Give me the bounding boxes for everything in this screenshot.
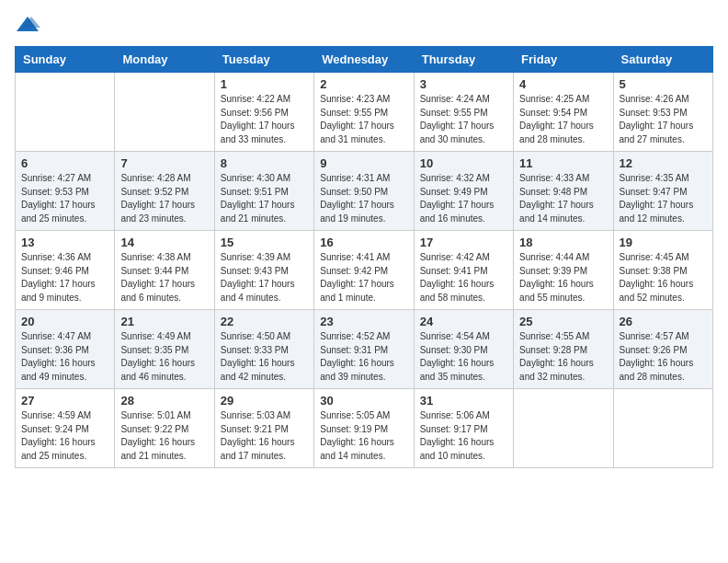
day-info: Sunrise: 4:23 AM Sunset: 9:55 PM Dayligh…: [320, 93, 407, 146]
day-number: 11: [519, 156, 607, 170]
day-info: Sunrise: 4:38 AM Sunset: 9:44 PM Dayligh…: [120, 251, 208, 304]
day-info: Sunrise: 4:32 AM Sunset: 9:49 PM Dayligh…: [420, 172, 507, 225]
day-info: Sunrise: 4:47 AM Sunset: 9:36 PM Dayligh…: [21, 330, 108, 384]
day-cell: 16Sunrise: 4:41 AM Sunset: 9:42 PM Dayli…: [314, 231, 414, 310]
day-number: 16: [320, 236, 407, 249]
day-info: Sunrise: 4:35 AM Sunset: 9:47 PM Dayligh…: [620, 172, 707, 225]
weekday-header-wednesday: Wednesday: [314, 47, 414, 73]
day-number: 4: [519, 77, 607, 91]
day-number: 9: [320, 156, 407, 170]
day-cell: 5Sunrise: 4:26 AM Sunset: 9:53 PM Daylig…: [613, 73, 712, 152]
day-cell: 7Sunrise: 4:28 AM Sunset: 9:52 PM Daylig…: [115, 152, 214, 231]
day-info: Sunrise: 4:24 AM Sunset: 9:55 PM Dayligh…: [420, 93, 507, 146]
day-number: 20: [21, 315, 108, 328]
day-info: Sunrise: 4:49 AM Sunset: 9:35 PM Dayligh…: [120, 330, 208, 384]
day-info: Sunrise: 4:42 AM Sunset: 9:41 PM Dayligh…: [420, 251, 507, 304]
day-info: Sunrise: 4:57 AM Sunset: 9:26 PM Dayligh…: [620, 330, 707, 384]
calendar-table: SundayMondayTuesdayWednesdayThursdayFrid…: [15, 46, 713, 468]
day-cell: 14Sunrise: 4:38 AM Sunset: 9:44 PM Dayli…: [115, 231, 214, 310]
day-info: Sunrise: 4:25 AM Sunset: 9:54 PM Dayligh…: [519, 93, 607, 146]
logo: [15, 15, 44, 35]
day-number: 7: [120, 156, 208, 170]
day-number: 14: [120, 236, 208, 249]
day-number: 21: [120, 315, 208, 328]
logo-icon: [15, 15, 40, 35]
day-cell: [613, 389, 712, 468]
day-cell: 6Sunrise: 4:27 AM Sunset: 9:53 PM Daylig…: [16, 152, 115, 231]
day-info: Sunrise: 4:33 AM Sunset: 9:48 PM Dayligh…: [519, 172, 607, 225]
day-cell: 12Sunrise: 4:35 AM Sunset: 9:47 PM Dayli…: [613, 152, 712, 231]
day-number: 19: [620, 236, 707, 249]
week-row-3: 13Sunrise: 4:36 AM Sunset: 9:46 PM Dayli…: [16, 231, 713, 310]
day-info: Sunrise: 4:22 AM Sunset: 9:56 PM Dayligh…: [221, 93, 308, 146]
day-cell: 20Sunrise: 4:47 AM Sunset: 9:36 PM Dayli…: [16, 310, 115, 389]
day-cell: 3Sunrise: 4:24 AM Sunset: 9:55 PM Daylig…: [414, 73, 513, 152]
day-info: Sunrise: 4:41 AM Sunset: 9:42 PM Dayligh…: [320, 251, 407, 304]
day-cell: 26Sunrise: 4:57 AM Sunset: 9:26 PM Dayli…: [613, 310, 712, 389]
week-row-4: 20Sunrise: 4:47 AM Sunset: 9:36 PM Dayli…: [16, 310, 713, 389]
day-cell: [514, 389, 613, 468]
day-cell: 11Sunrise: 4:33 AM Sunset: 9:48 PM Dayli…: [514, 152, 613, 231]
day-number: 22: [221, 315, 308, 328]
day-cell: 9Sunrise: 4:31 AM Sunset: 9:50 PM Daylig…: [314, 152, 414, 231]
day-number: 8: [221, 156, 308, 170]
day-info: Sunrise: 4:28 AM Sunset: 9:52 PM Dayligh…: [120, 172, 208, 225]
day-info: Sunrise: 5:01 AM Sunset: 9:22 PM Dayligh…: [120, 409, 208, 463]
day-number: 5: [620, 77, 707, 91]
weekday-header-monday: Monday: [115, 47, 214, 73]
day-info: Sunrise: 4:45 AM Sunset: 9:38 PM Dayligh…: [620, 251, 707, 304]
day-number: 29: [221, 394, 308, 408]
day-cell: 29Sunrise: 5:03 AM Sunset: 9:21 PM Dayli…: [214, 389, 313, 468]
day-cell: 4Sunrise: 4:25 AM Sunset: 9:54 PM Daylig…: [514, 73, 613, 152]
day-number: 18: [519, 236, 607, 249]
day-number: 12: [620, 156, 707, 170]
day-info: Sunrise: 4:50 AM Sunset: 9:33 PM Dayligh…: [221, 330, 308, 384]
day-cell: [16, 73, 115, 152]
day-info: Sunrise: 4:31 AM Sunset: 9:50 PM Dayligh…: [320, 172, 407, 225]
weekday-header-sunday: Sunday: [16, 47, 115, 73]
day-info: Sunrise: 4:36 AM Sunset: 9:46 PM Dayligh…: [21, 251, 108, 304]
day-number: 24: [420, 315, 507, 328]
day-number: 27: [21, 394, 108, 408]
day-number: 13: [21, 236, 108, 249]
day-cell: 23Sunrise: 4:52 AM Sunset: 9:31 PM Dayli…: [314, 310, 414, 389]
day-number: 31: [420, 394, 507, 408]
header: [15, 15, 713, 35]
day-info: Sunrise: 4:27 AM Sunset: 9:53 PM Dayligh…: [21, 172, 108, 225]
day-number: 17: [420, 236, 507, 249]
day-number: 28: [120, 394, 208, 408]
weekday-header-friday: Friday: [514, 47, 613, 73]
day-cell: 13Sunrise: 4:36 AM Sunset: 9:46 PM Dayli…: [16, 231, 115, 310]
day-cell: [115, 73, 214, 152]
day-cell: 28Sunrise: 5:01 AM Sunset: 9:22 PM Dayli…: [115, 389, 214, 468]
day-cell: 10Sunrise: 4:32 AM Sunset: 9:49 PM Dayli…: [414, 152, 513, 231]
day-cell: 1Sunrise: 4:22 AM Sunset: 9:56 PM Daylig…: [214, 73, 313, 152]
day-info: Sunrise: 4:54 AM Sunset: 9:30 PM Dayligh…: [420, 330, 507, 384]
day-number: 3: [420, 77, 507, 91]
weekday-header-tuesday: Tuesday: [214, 47, 313, 73]
day-cell: 8Sunrise: 4:30 AM Sunset: 9:51 PM Daylig…: [214, 152, 313, 231]
day-info: Sunrise: 5:03 AM Sunset: 9:21 PM Dayligh…: [221, 409, 308, 463]
day-cell: 18Sunrise: 4:44 AM Sunset: 9:39 PM Dayli…: [514, 231, 613, 310]
day-cell: 30Sunrise: 5:05 AM Sunset: 9:19 PM Dayli…: [314, 389, 414, 468]
day-cell: 24Sunrise: 4:54 AM Sunset: 9:30 PM Dayli…: [414, 310, 513, 389]
day-number: 1: [221, 77, 308, 91]
day-cell: 15Sunrise: 4:39 AM Sunset: 9:43 PM Dayli…: [214, 231, 313, 310]
day-number: 23: [320, 315, 407, 328]
weekday-header-saturday: Saturday: [613, 47, 712, 73]
day-number: 26: [620, 315, 707, 328]
day-cell: 22Sunrise: 4:50 AM Sunset: 9:33 PM Dayli…: [214, 310, 313, 389]
day-cell: 19Sunrise: 4:45 AM Sunset: 9:38 PM Dayli…: [613, 231, 712, 310]
day-number: 10: [420, 156, 507, 170]
day-info: Sunrise: 5:06 AM Sunset: 9:17 PM Dayligh…: [420, 409, 507, 463]
week-row-5: 27Sunrise: 4:59 AM Sunset: 9:24 PM Dayli…: [16, 389, 713, 468]
day-info: Sunrise: 5:05 AM Sunset: 9:19 PM Dayligh…: [320, 409, 407, 463]
day-info: Sunrise: 4:30 AM Sunset: 9:51 PM Dayligh…: [221, 172, 308, 225]
day-cell: 25Sunrise: 4:55 AM Sunset: 9:28 PM Dayli…: [514, 310, 613, 389]
day-info: Sunrise: 4:44 AM Sunset: 9:39 PM Dayligh…: [519, 251, 607, 304]
week-row-1: 1Sunrise: 4:22 AM Sunset: 9:56 PM Daylig…: [16, 73, 713, 152]
weekday-header-thursday: Thursday: [414, 47, 513, 73]
day-number: 30: [320, 394, 407, 408]
day-cell: 2Sunrise: 4:23 AM Sunset: 9:55 PM Daylig…: [314, 73, 414, 152]
day-cell: 27Sunrise: 4:59 AM Sunset: 9:24 PM Dayli…: [16, 389, 115, 468]
